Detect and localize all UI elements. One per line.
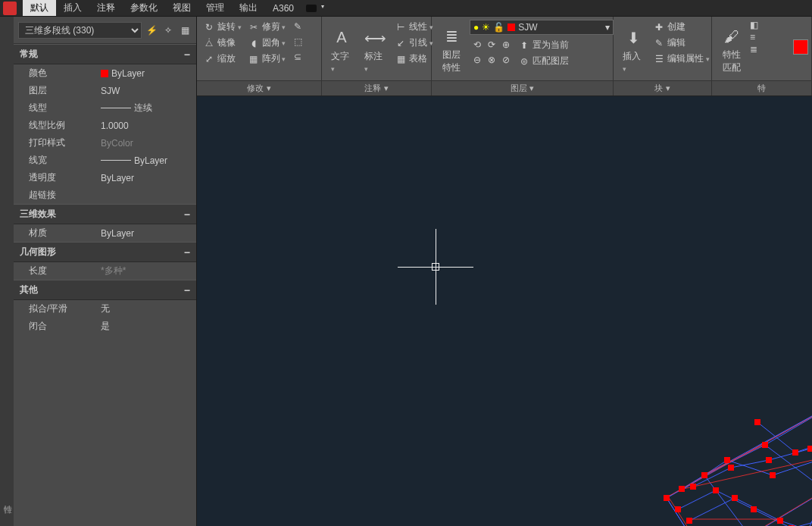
svg-rect-10 bbox=[686, 518, 692, 524]
section-general[interactable]: 常规− bbox=[14, 44, 196, 64]
mirror-icon: ⧊ bbox=[203, 37, 215, 49]
dimension-icon: ⟷ bbox=[364, 27, 386, 49]
rotate-icon: ↻ bbox=[203, 21, 215, 33]
group-layer-title[interactable]: 图层 ▾ bbox=[432, 80, 613, 95]
menu-bar: 默认 插入 注释 参数化 视图 管理 输出 A360 bbox=[0, 0, 812, 17]
mirror-button[interactable]: ⧊镜像 bbox=[201, 36, 243, 50]
collapse-icon[interactable]: − bbox=[184, 49, 190, 61]
record-icon[interactable] bbox=[306, 5, 317, 12]
selection-dropdown[interactable]: 三维多段线 (330) bbox=[18, 22, 142, 39]
prop-layer[interactable]: SJW bbox=[101, 84, 196, 97]
edit-button[interactable]: ✎编辑 bbox=[651, 36, 711, 50]
menu-parametric[interactable]: 参数化 bbox=[123, 0, 165, 16]
prop-length: *多种* bbox=[101, 265, 196, 277]
text-button[interactable]: A文字 bbox=[326, 20, 357, 80]
ribbon: ↻旋转 ⧊镜像 ⤢缩放 ✂修剪 ◖圆角 ▦阵列 ✎ ⬚ ⊆ 修改 bbox=[197, 17, 812, 96]
menu-annotate[interactable]: 注释 bbox=[89, 0, 123, 16]
fillet-icon: ◖ bbox=[248, 37, 260, 49]
trim-button[interactable]: ✂修剪 bbox=[246, 20, 288, 34]
rotate-button[interactable]: ↻旋转 bbox=[201, 20, 243, 34]
layer-tool-icon[interactable]: ⊖⊗⊘ bbox=[470, 53, 514, 67]
svg-rect-0 bbox=[664, 495, 670, 501]
prop-closed[interactable]: 是 bbox=[101, 320, 196, 333]
matchprop-icon: 🖌 bbox=[721, 26, 742, 47]
menu-a360[interactable]: A360 bbox=[265, 2, 301, 15]
collapse-icon[interactable]: − bbox=[184, 208, 190, 221]
lock-icon: 🔓 bbox=[493, 22, 504, 33]
svg-rect-47 bbox=[690, 484, 696, 490]
svg-rect-11 bbox=[732, 495, 738, 501]
table-button[interactable]: ▦表格 bbox=[393, 52, 435, 66]
setcurrent-icon: ⬆ bbox=[518, 39, 530, 52]
collapse-icon[interactable]: − bbox=[184, 246, 190, 258]
prop-tool-icon[interactable]: ≡ bbox=[750, 32, 758, 42]
menu-insert[interactable]: 插入 bbox=[56, 0, 89, 16]
edit-icon: ✎ bbox=[653, 37, 665, 49]
layer-selector[interactable]: ● ☀ 🔓 SJW ▾ bbox=[470, 20, 614, 35]
svg-rect-5 bbox=[701, 472, 707, 478]
section-other[interactable]: 其他− bbox=[14, 280, 196, 300]
current-color-swatch[interactable] bbox=[793, 39, 808, 55]
svg-rect-9 bbox=[762, 442, 768, 448]
menu-view[interactable]: 视图 bbox=[165, 0, 198, 16]
prop-transparency[interactable]: ByLayer bbox=[101, 171, 196, 184]
drawing-viewport[interactable] bbox=[197, 96, 812, 526]
array-button[interactable]: ▦阵列 bbox=[246, 52, 288, 66]
pickadd-icon[interactable]: ▦ bbox=[178, 23, 192, 37]
trim-icon: ✂ bbox=[248, 21, 260, 33]
prop-tool-icon[interactable]: ≣ bbox=[750, 44, 758, 55]
svg-rect-15 bbox=[679, 486, 685, 492]
menu-manage[interactable]: 管理 bbox=[198, 0, 232, 16]
linear-button[interactable]: ⊢线性 bbox=[393, 20, 435, 34]
prop-hyperlink[interactable] bbox=[101, 189, 196, 202]
prop-ltscale[interactable]: 1.0000 bbox=[101, 119, 196, 132]
prop-tool-icon[interactable]: ◧ bbox=[750, 20, 758, 30]
insert-button[interactable]: ⬇插入 bbox=[618, 20, 648, 80]
leader-button[interactable]: ↙引线 bbox=[393, 36, 435, 50]
collapse-icon[interactable]: − bbox=[184, 284, 190, 296]
sun-icon: ☀ bbox=[482, 22, 490, 33]
svg-rect-17 bbox=[770, 472, 776, 478]
tool-icon[interactable]: ⊆ bbox=[290, 50, 305, 64]
section-3d[interactable]: 三维效果− bbox=[14, 204, 196, 224]
layer-tool-icon[interactable]: ⟲⟳⊕ bbox=[470, 38, 514, 52]
set-current-button[interactable]: ⬆置为当前 bbox=[517, 38, 570, 52]
svg-rect-16 bbox=[724, 457, 730, 463]
quick-select-icon[interactable]: ⚡ bbox=[145, 23, 158, 37]
group-annot-title[interactable]: 注释 ▾ bbox=[322, 80, 431, 95]
app-logo bbox=[3, 2, 17, 15]
table-icon: ▦ bbox=[395, 53, 407, 65]
menu-output[interactable]: 输出 bbox=[232, 0, 265, 16]
array-icon: ▦ bbox=[248, 53, 260, 65]
fillet-button[interactable]: ◖圆角 bbox=[246, 36, 288, 50]
prop-plotstyle: ByColor bbox=[101, 136, 196, 149]
layer-props-button[interactable]: ≣图层 特性 bbox=[436, 20, 467, 80]
scale-button[interactable]: ⤢缩放 bbox=[201, 52, 243, 66]
dimension-button[interactable]: ⟷标注 bbox=[360, 20, 390, 80]
section-geom[interactable]: 几何图形− bbox=[14, 242, 196, 262]
editattr-button[interactable]: ☰编辑属性 bbox=[651, 52, 711, 66]
group-props-title[interactable]: 特 bbox=[712, 80, 811, 95]
svg-rect-28 bbox=[754, 419, 760, 425]
select-objects-icon[interactable]: ✧ bbox=[161, 23, 175, 37]
insert-icon: ⬇ bbox=[623, 27, 644, 49]
panel-tab-properties[interactable]: 特性 bbox=[0, 17, 14, 526]
tool-icon[interactable]: ⬚ bbox=[290, 35, 305, 49]
match-props-button[interactable]: 🖌特性 匹配 bbox=[717, 20, 747, 80]
group-modify-title[interactable]: 修改 ▾ bbox=[197, 80, 321, 95]
svg-rect-50 bbox=[807, 446, 812, 452]
leader-icon: ↙ bbox=[395, 37, 407, 49]
menu-default[interactable]: 默认 bbox=[23, 0, 56, 16]
color-swatch bbox=[101, 70, 108, 77]
group-block-title[interactable]: 块 ▾ bbox=[614, 80, 711, 95]
create-button[interactable]: ✚创建 bbox=[651, 20, 711, 34]
attr-icon: ☰ bbox=[653, 53, 665, 65]
tool-icon[interactable]: ✎ bbox=[290, 20, 305, 33]
prop-material[interactable]: ByLayer bbox=[101, 227, 196, 240]
match-layer-button[interactable]: ⊜匹配图层 bbox=[517, 54, 570, 68]
lineweight-sample bbox=[101, 160, 131, 161]
selected-mesh[interactable] bbox=[644, 384, 812, 526]
layers-icon: ≣ bbox=[441, 26, 462, 47]
svg-rect-40 bbox=[751, 506, 757, 512]
prop-fit[interactable]: 无 bbox=[101, 302, 196, 315]
